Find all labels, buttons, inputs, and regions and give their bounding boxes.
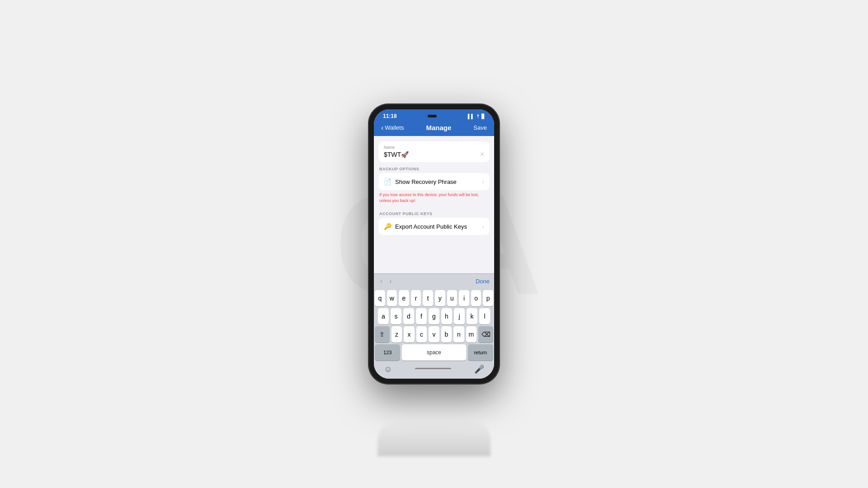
key-s[interactable]: s bbox=[391, 308, 401, 324]
key-h[interactable]: h bbox=[441, 308, 452, 324]
phone-screen: 11:18 ▌▌ ⇡ ▊ ‹ Wallets Manage Save bbox=[374, 109, 494, 379]
toolbar-nav: ‹ › bbox=[378, 277, 393, 286]
key-y[interactable]: y bbox=[435, 290, 445, 306]
name-section: Name $TWT🚀 × bbox=[378, 141, 490, 162]
recovery-phrase-icon: 📄 bbox=[384, 178, 392, 185]
back-chevron-icon: ‹ bbox=[381, 124, 383, 131]
microphone-icon[interactable]: 🎤 bbox=[474, 364, 484, 374]
status-time: 11:18 bbox=[383, 113, 397, 119]
keyboard-toolbar: ‹ › Done bbox=[374, 273, 494, 288]
phone-wrapper: 11:18 ▌▌ ⇡ ▊ ‹ Wallets Manage Save bbox=[368, 104, 500, 384]
key-m[interactable]: m bbox=[466, 326, 476, 343]
key-v[interactable]: v bbox=[429, 326, 439, 343]
public-keys-section-header: ACCOUNT PUBLIC KEYS bbox=[374, 207, 494, 218]
nav-bar: ‹ Wallets Manage Save bbox=[374, 121, 494, 136]
phone-device: 11:18 ▌▌ ⇡ ▊ ‹ Wallets Manage Save bbox=[368, 104, 500, 384]
camera-notch bbox=[428, 115, 437, 117]
status-bar: 11:18 ▌▌ ⇡ ▊ bbox=[374, 109, 494, 121]
export-public-keys-item[interactable]: 🔑 Export Account Public Keys › bbox=[378, 218, 490, 235]
battery-icon: ▊ bbox=[481, 114, 485, 119]
export-keys-chevron-icon: › bbox=[482, 223, 484, 230]
backup-warning-text: If you lose access to this device, your … bbox=[374, 190, 494, 207]
key-x[interactable]: x bbox=[404, 326, 414, 343]
shift-key[interactable]: ⇧ bbox=[375, 326, 390, 343]
emoji-icon[interactable]: ☺ bbox=[384, 365, 392, 374]
export-public-keys-label: Export Account Public Keys bbox=[395, 223, 482, 230]
backup-section-header: BACKUP OPTIONS bbox=[374, 162, 494, 173]
key-c[interactable]: c bbox=[416, 326, 427, 343]
public-keys-icon: 🔑 bbox=[384, 223, 392, 230]
key-t[interactable]: t bbox=[423, 290, 433, 306]
key-d[interactable]: d bbox=[403, 308, 414, 324]
toolbar-prev-button[interactable]: ‹ bbox=[378, 277, 384, 286]
recovery-phrase-chevron-icon: › bbox=[482, 178, 484, 185]
keyboard: q w e r t y u i o p a s d f g bbox=[374, 288, 494, 379]
name-input-row: $TWT🚀 × bbox=[384, 150, 484, 159]
name-clear-button[interactable]: × bbox=[480, 150, 484, 159]
key-r[interactable]: r bbox=[411, 290, 421, 306]
return-key[interactable]: return bbox=[468, 344, 493, 361]
key-e[interactable]: e bbox=[399, 290, 409, 306]
numbers-key[interactable]: 123 bbox=[375, 344, 400, 361]
signal-icon: ▌▌ bbox=[468, 114, 474, 119]
key-k[interactable]: k bbox=[467, 308, 477, 324]
backup-list-group: 📄 Show Recovery Phrase › bbox=[378, 173, 490, 190]
name-label: Name bbox=[384, 145, 484, 150]
show-recovery-phrase-item[interactable]: 📄 Show Recovery Phrase › bbox=[378, 173, 490, 190]
nav-back-button[interactable]: ‹ Wallets bbox=[381, 124, 404, 131]
keyboard-row-3: ⇧ z x c v b n m ⌫ bbox=[375, 326, 493, 343]
key-f[interactable]: f bbox=[416, 308, 427, 324]
key-p[interactable]: p bbox=[483, 290, 493, 306]
key-l[interactable]: l bbox=[479, 308, 490, 324]
recovery-phrase-label: Show Recovery Phrase bbox=[395, 178, 482, 185]
toolbar-done-button[interactable]: Done bbox=[476, 278, 490, 285]
home-indicator bbox=[415, 368, 451, 369]
keyboard-bottom-bar: ☺ 🎤 bbox=[375, 362, 493, 378]
key-n[interactable]: n bbox=[453, 326, 464, 343]
name-value[interactable]: $TWT🚀 bbox=[384, 151, 409, 158]
nav-title: Manage bbox=[426, 124, 451, 131]
wifi-icon: ⇡ bbox=[476, 114, 480, 119]
public-keys-list-group: 🔑 Export Account Public Keys › bbox=[378, 218, 490, 235]
key-u[interactable]: u bbox=[447, 290, 458, 306]
nav-back-label: Wallets bbox=[385, 124, 404, 131]
nav-save-button[interactable]: Save bbox=[473, 124, 487, 131]
space-key[interactable]: space bbox=[402, 344, 466, 361]
key-i[interactable]: i bbox=[459, 290, 469, 306]
key-z[interactable]: z bbox=[392, 326, 402, 343]
key-g[interactable]: g bbox=[429, 308, 439, 324]
status-icons: ▌▌ ⇡ ▊ bbox=[468, 114, 485, 119]
keyboard-row-2: a s d f g h j k l bbox=[375, 308, 493, 324]
keyboard-row-1: q w e r t y u i o p bbox=[375, 290, 493, 306]
key-q[interactable]: q bbox=[375, 290, 385, 306]
key-j[interactable]: j bbox=[454, 308, 465, 324]
key-w[interactable]: w bbox=[387, 290, 397, 306]
key-b[interactable]: b bbox=[441, 326, 452, 343]
content-area: Name $TWT🚀 × BACKUP OPTIONS 📄 Show Recov… bbox=[374, 136, 494, 273]
phone-reflection bbox=[377, 420, 491, 456]
keyboard-row-4: 123 space return bbox=[375, 344, 493, 361]
key-o[interactable]: o bbox=[471, 290, 481, 306]
delete-key[interactable]: ⌫ bbox=[478, 326, 493, 343]
toolbar-next-button[interactable]: › bbox=[388, 277, 394, 286]
key-a[interactable]: a bbox=[378, 308, 389, 324]
